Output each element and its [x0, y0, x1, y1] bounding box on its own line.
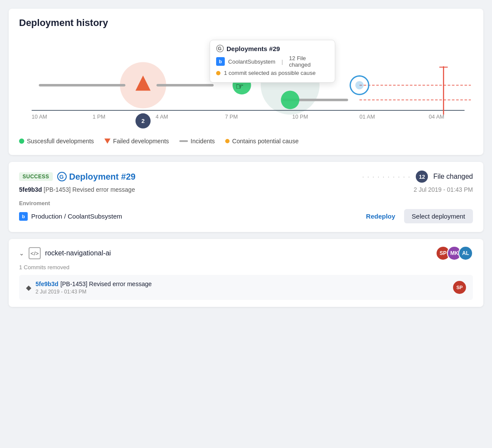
time-label-4: 10 PM	[292, 114, 308, 120]
deployment-header-right: · · · · · · · · · · 12 File changed	[362, 171, 473, 183]
commit-row-hash[interactable]: 5fe9b3d	[36, 280, 58, 287]
tooltip-title: G Deployments #29	[216, 45, 329, 52]
redeploy-button[interactable]: Redeploy	[362, 209, 400, 223]
env-value: Production / CoolantSubsystem	[31, 213, 122, 220]
commit-row: ◆ 5fe9b3d [PB-1453] Revised error messag…	[19, 275, 473, 300]
chart-legend: Suscesfull developments Failed developme…	[19, 134, 473, 146]
legend-successful-label: Suscesfull developments	[27, 138, 94, 145]
env-name: b Production / CoolantSubsystem	[19, 212, 122, 221]
commit-row-left: ◆ 5fe9b3d [PB-1453] Revised error messag…	[26, 280, 152, 295]
deployment-title: G Deployment #29	[57, 172, 136, 182]
time-label-0: 10 AM	[32, 114, 47, 120]
legend-potential-label: Contains potential cause	[232, 138, 298, 145]
g-logo-icon: G	[216, 45, 224, 52]
avatars-group: SP MK AL	[436, 246, 473, 261]
tooltip-service: CoolantSubsystem	[228, 58, 275, 65]
deployment-header: SUCCESS G Deployment #29 · · · · · · · ·…	[19, 171, 473, 183]
commit-section: ⌄ </> rocket-navigational-ai SP MK AL 1 …	[9, 239, 483, 307]
legend-successful: Suscesfull developments	[19, 138, 94, 145]
deployment-header-left: SUCCESS G Deployment #29	[19, 172, 136, 182]
files-count-badge: 12	[416, 171, 428, 183]
legend-incidents-label: Incidents	[191, 138, 215, 145]
tooltip-service-row: b CoolantSubsystem | 12 File changed	[216, 55, 329, 68]
time-label-1: 1 PM	[93, 114, 105, 120]
commit-info: 5fe9b3d [PB-1453] Revised error message	[19, 186, 135, 193]
deployment-history-card: Deployment history	[9, 9, 483, 155]
chevron-down-icon[interactable]: ⌄	[19, 250, 24, 257]
commit-section-left: ⌄ </> rocket-navigational-ai	[19, 247, 111, 259]
time-label-6: 04 AM	[429, 114, 444, 120]
environment-section: Enviroment b Production / CoolantSubsyst…	[19, 200, 473, 223]
timeline-chart: ☞ 2 10 AM 1 PM 4 AM 7 PM 10 PM 01 AM 04 …	[19, 35, 473, 131]
tooltip-files: 12 File changed	[289, 55, 329, 68]
env-label: Enviroment	[19, 200, 473, 206]
commit-avatar: SP	[453, 281, 466, 294]
deployment-g-icon: G	[57, 172, 67, 181]
potential-orange-dot-icon	[225, 139, 230, 143]
code-icon: </>	[29, 247, 41, 259]
commit-details: 5fe9b3d [PB-1453] Revised error message …	[36, 280, 152, 295]
deployment-date: 2 Jul 2019 - 01:43 PM	[414, 186, 473, 193]
time-label-2: 4 AM	[155, 114, 168, 120]
select-deployment-button[interactable]: Select deployment	[404, 209, 473, 223]
tooltip-commit-row: 1 commit selected as possible cause	[216, 70, 329, 76]
bitbucket-icon: b	[216, 57, 225, 66]
cursor-icon: ☞	[236, 81, 244, 92]
svg-text:G: G	[218, 46, 222, 51]
action-buttons: Redeploy Select deployment	[362, 209, 473, 223]
deployment-detail-card: SUCCESS G Deployment #29 · · · · · · · ·…	[9, 162, 483, 232]
repo-name: rocket-navigational-ai	[45, 249, 111, 257]
commit-row-msg: [PB-1453] Revised error message	[60, 280, 152, 287]
dots-separator: · · · · · · · · · ·	[362, 173, 411, 180]
success-marker-1	[281, 90, 300, 109]
avatar-3: AL	[458, 246, 473, 261]
deployment-name: Deployment #29	[69, 172, 136, 182]
commits-removed-label: 1 Commits removed	[19, 264, 473, 271]
legend-potential: Contains potential cause	[225, 138, 298, 145]
svg-text:G: G	[59, 174, 64, 180]
commit-dot-icon: ◆	[26, 284, 31, 292]
page-title: Deployment history	[19, 17, 473, 29]
incidents-dash-icon	[179, 140, 188, 142]
commit-message: [PB-1453] Revised error message	[44, 186, 135, 193]
time-label-5: 01 AM	[359, 114, 375, 120]
blue-inner	[355, 81, 363, 89]
status-badge: SUCCESS	[19, 172, 53, 181]
commit-row-date: 2 Jul 2019 - 01:43 PM	[36, 289, 152, 295]
tooltip-commit-info: 1 commit selected as possible cause	[224, 70, 316, 76]
commit-hash: 5fe9b3d	[19, 186, 42, 193]
failed-triangle-icon	[104, 139, 110, 144]
incident-count: 2	[141, 118, 145, 124]
commit-row-message: 5fe9b3d [PB-1453] Revised error message	[36, 280, 152, 288]
time-label-3: 7 PM	[225, 114, 237, 120]
legend-failed: Failed developments	[104, 138, 169, 145]
commit-section-header: ⌄ </> rocket-navigational-ai SP MK AL	[19, 246, 473, 261]
deployment-tooltip: G Deployments #29 b CoolantSubsystem | 1…	[210, 40, 335, 83]
successful-dot-icon	[19, 139, 24, 144]
tooltip-deployment-title: Deployments #29	[227, 45, 280, 52]
legend-incidents: Incidents	[179, 138, 215, 145]
commit-date-row: 5fe9b3d [PB-1453] Revised error message …	[19, 186, 473, 195]
files-changed-label: File changed	[433, 173, 473, 180]
bitbucket-env-icon: b	[19, 212, 28, 221]
legend-failed-label: Failed developments	[113, 138, 169, 145]
env-row: b Production / CoolantSubsystem Redeploy…	[19, 209, 473, 223]
tooltip-orange-dot-icon	[216, 71, 220, 75]
